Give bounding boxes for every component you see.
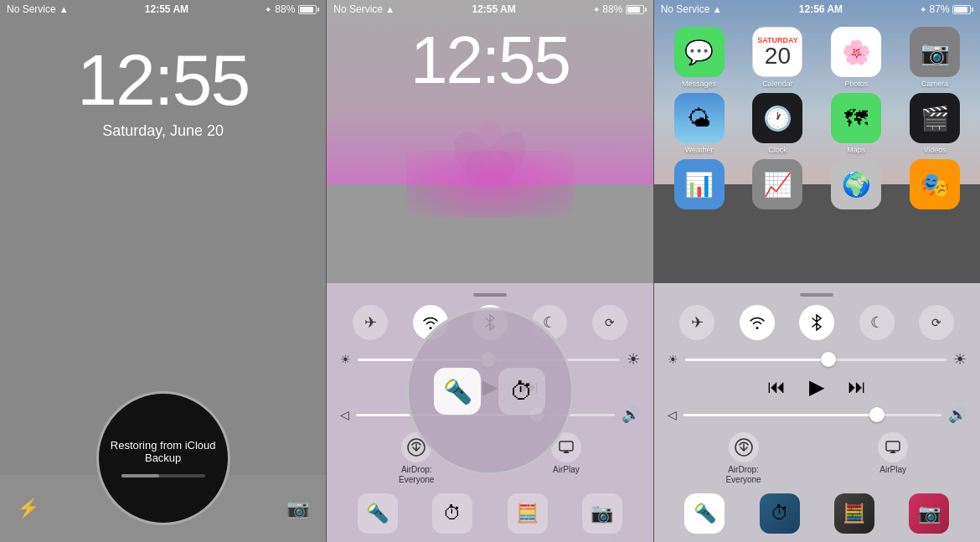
no-service-label-2: No Service <box>333 3 383 15</box>
app-7[interactable]: 🎭 <box>898 159 972 209</box>
flashlight-icon-1[interactable]: ⚡ <box>17 498 39 519</box>
airplane-mode-btn-2[interactable]: ✈ <box>353 305 388 340</box>
rewind-btn-3[interactable]: ⏮ <box>767 376 786 398</box>
time-label-3: 12:56 AM <box>799 3 843 15</box>
play-btn-3[interactable]: ▶ <box>809 375 824 399</box>
status-right-3: ✦ 87% <box>920 3 973 15</box>
bluetooth-icon-2: ✦ <box>593 5 600 14</box>
date-display-1: Saturday, June 20 <box>0 122 326 140</box>
app-calendar[interactable]: SATURDAY 20 Calendar <box>740 27 814 88</box>
calculator-app-btn-2[interactable]: 🧮 <box>508 493 548 534</box>
volume-slider-3[interactable] <box>683 414 941 416</box>
app-weather[interactable]: 🌤 Weather <box>663 93 736 154</box>
airplay-symbol-2 <box>557 438 575 457</box>
videos-icon: 🎬 <box>921 105 950 132</box>
apps-row-2: 🔦 ⏱ 🧮 📷 <box>340 493 639 534</box>
app-4[interactable]: 📊 <box>663 159 736 209</box>
forward-btn-3[interactable]: ⏭ <box>848 376 866 398</box>
status-left-2: No Service ▲ <box>333 3 395 15</box>
no-service-label-3: No Service <box>661 3 710 15</box>
wifi-icon-3: ▲ <box>713 4 722 14</box>
no-service-label: No Service <box>7 3 56 15</box>
app-5[interactable]: 📈 <box>740 159 814 209</box>
brightness-row-3: ☀ ☀ <box>668 350 967 369</box>
battery-label-3: 87% <box>930 3 950 15</box>
airplay-btn-3[interactable]: AirPlay <box>878 432 908 485</box>
brightness-min-icon-3: ☀ <box>668 353 678 366</box>
status-bar-2: No Service ▲ 12:55 AM ✦ 88% <box>327 0 652 18</box>
rotation-lock-btn-2[interactable]: ⟳ <box>592 305 627 340</box>
camera-icon-3: 📷 <box>921 39 950 66</box>
volume-min-icon-2: ◁ <box>340 408 349 421</box>
clock-display-1: 12:55 <box>0 44 326 116</box>
airdrop-icon-3 <box>729 432 759 462</box>
wifi-icon-1: ▲ <box>59 4 69 14</box>
flashlight-app-btn-3[interactable]: 🔦 <box>684 493 725 534</box>
airplay-label-3: AirPlay <box>879 465 906 474</box>
maps-icon: 🗺 <box>844 105 868 132</box>
apps-row-3: 🔦 ⏱ 🧮 📷 <box>668 493 967 534</box>
home-icons-grid-3: 💬 Messages SATURDAY 20 Calendar 🌸 Photos… <box>654 22 980 214</box>
volume-row-3: ◁ 🔊 <box>668 405 967 424</box>
volume-max-icon-3: 🔊 <box>948 405 967 424</box>
app-messages[interactable]: 💬 Messages <box>663 27 736 88</box>
calculator-app-btn-3[interactable]: 🧮 <box>834 493 874 534</box>
airplane-mode-btn-3[interactable]: ✈ <box>679 305 714 340</box>
battery-label-2: 88% <box>602 3 622 15</box>
time-label-2: 12:55 AM <box>472 3 515 15</box>
control-center-3: ✈ ☾ ⟳ ☀ ☀ <box>654 283 980 542</box>
flashlight-mag-btn[interactable]: 🔦 <box>434 368 481 415</box>
rotation-lock-btn-3[interactable]: ⟳ <box>919 305 954 340</box>
pink-glow <box>406 151 574 218</box>
flashlight-app-btn-2[interactable]: 🔦 <box>358 493 398 534</box>
status-left-1: No Service ▲ <box>7 3 69 15</box>
photos-icon: 🌸 <box>842 39 871 66</box>
wifi-icon-2: ▲ <box>385 4 395 14</box>
battery-icon-1 <box>298 5 319 14</box>
app-clock[interactable]: 🕐 Clock <box>740 93 814 154</box>
bluetooth-icon-btn-3 <box>811 314 823 331</box>
timer-app-btn-3[interactable]: ⏱ <box>760 493 800 534</box>
volume-thumb-3 <box>869 407 885 422</box>
brightness-max-icon-3: ☀ <box>953 350 967 369</box>
airplay-icon-3 <box>878 432 908 462</box>
timer-app-btn-2[interactable]: ⏱ <box>432 493 472 534</box>
app-camera[interactable]: 📷 Camera <box>898 27 972 88</box>
volume-max-icon-2: 🔊 <box>622 405 640 424</box>
restore-text: Restoring from iCloud Backup <box>99 439 228 464</box>
app-videos[interactable]: 🎬 Videos <box>898 93 972 154</box>
wifi-btn-3[interactable] <box>740 305 775 340</box>
brightness-slider-3[interactable] <box>685 359 946 361</box>
wifi-icon-btn-3 <box>749 316 766 329</box>
restore-progress-container <box>121 474 205 477</box>
app-6[interactable]: 🌍 <box>819 159 893 209</box>
airplay-symbol-3 <box>884 438 902 457</box>
clock-display-2: 12:55 <box>327 27 652 94</box>
restore-circle: Restoring from iCloud Backup <box>96 391 230 525</box>
timer-mag-btn[interactable]: ⏱ <box>498 368 545 415</box>
camera-app-btn-2[interactable]: 📷 <box>582 493 622 534</box>
brightness-min-icon-2: ☀ <box>340 353 351 366</box>
bluetooth-btn-3[interactable] <box>799 305 834 340</box>
app5-icon: 📈 <box>763 171 792 199</box>
airdrop-btn-3[interactable]: AirDrop:Everyone <box>725 432 761 485</box>
bluetooth-icon-3: ✦ <box>920 5 926 14</box>
brightness-fill-3 <box>685 359 829 361</box>
status-bar-1: No Service ▲ 12:55 AM ✦ 88% <box>0 0 326 18</box>
panel-lockscreen: No Service ▲ 12:55 AM ✦ 88% 12:55 Saturd… <box>0 0 326 542</box>
status-left-3: No Service ▲ <box>661 3 722 15</box>
calendar-day: 20 <box>765 44 791 68</box>
status-right-1: ✦ 88% <box>265 3 319 15</box>
camera-icon-1[interactable]: 📷 <box>286 498 309 519</box>
svg-rect-5 <box>560 441 573 451</box>
app-photos[interactable]: 🌸 Photos <box>819 27 893 88</box>
camera-app-btn-3[interactable]: 📷 <box>909 493 949 534</box>
battery-label-1: 88% <box>275 3 295 15</box>
status-bar-3: No Service ▲ 12:56 AM ✦ 87% <box>654 0 980 18</box>
brightness-thumb-3 <box>821 352 836 367</box>
cc-handle-3 <box>800 293 833 297</box>
app-maps[interactable]: 🗺 Maps <box>819 93 893 154</box>
do-not-disturb-btn-3[interactable]: ☾ <box>859 305 895 340</box>
panel-control-lock: No Service ▲ 12:55 AM ✦ 88% 12:55 ✈ <box>326 0 652 542</box>
volume-min-icon-3: ◁ <box>668 408 677 421</box>
